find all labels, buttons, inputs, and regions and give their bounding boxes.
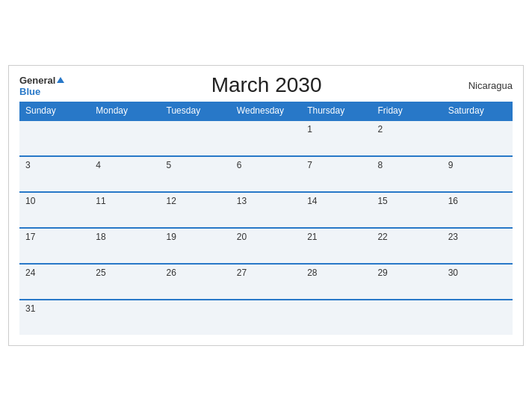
day-number: 20 — [237, 232, 247, 242]
country-label: Nicaragua — [468, 80, 513, 91]
weekday-header: Sunday — [19, 102, 90, 120]
day-number: 5 — [167, 160, 172, 170]
calendar-day — [301, 300, 371, 335]
logo-general-text: General — [19, 73, 64, 87]
day-number: 11 — [96, 196, 105, 206]
calendar-week-row: 12 — [19, 120, 513, 156]
day-number: 6 — [237, 160, 242, 170]
calendar-day — [442, 300, 513, 335]
calendar-day: 11 — [90, 192, 160, 228]
weekday-header: Tuesday — [161, 102, 231, 120]
weekday-header: Friday — [371, 102, 442, 120]
day-number: 15 — [377, 196, 387, 206]
calendar-day: 15 — [371, 192, 442, 228]
calendar-day: 12 — [161, 192, 231, 228]
calendar-day: 1 — [301, 120, 371, 156]
day-number: 14 — [307, 196, 317, 206]
day-number: 16 — [448, 196, 458, 206]
day-number: 21 — [307, 232, 317, 242]
calendar-day — [231, 120, 301, 156]
calendar-day: 22 — [371, 228, 442, 264]
day-number: 26 — [167, 268, 176, 278]
logo: General Blue — [19, 73, 64, 97]
calendar-week-row: 10111213141516 — [19, 192, 513, 228]
calendar-header: General Blue March 2030 Nicaragua — [19, 73, 513, 97]
weekday-header: Monday — [90, 102, 160, 120]
day-number: 18 — [96, 232, 105, 242]
calendar-day — [371, 300, 442, 335]
calendar-day — [90, 300, 160, 335]
calendar: General Blue March 2030 Nicaragua Sunday… — [8, 65, 524, 346]
calendar-day: 10 — [19, 192, 90, 228]
calendar-day: 8 — [371, 156, 442, 192]
calendar-day: 17 — [19, 228, 90, 264]
calendar-day: 13 — [231, 192, 301, 228]
day-number: 30 — [448, 268, 458, 278]
calendar-day: 30 — [442, 264, 513, 300]
calendar-day: 16 — [442, 192, 513, 228]
weekday-header: Saturday — [442, 102, 513, 120]
day-number: 3 — [25, 160, 31, 170]
calendar-day: 27 — [231, 264, 301, 300]
calendar-day: 5 — [161, 156, 231, 192]
calendar-day — [90, 120, 160, 156]
calendar-day: 21 — [301, 228, 371, 264]
day-number: 2 — [377, 124, 383, 135]
weekday-header-row: SundayMondayTuesdayWednesdayThursdayFrid… — [19, 102, 513, 120]
day-number: 17 — [25, 232, 35, 242]
day-number: 22 — [377, 232, 387, 242]
calendar-day: 26 — [161, 264, 231, 300]
day-number: 27 — [237, 268, 247, 278]
calendar-day: 4 — [90, 156, 160, 192]
calendar-day: 25 — [90, 264, 160, 300]
calendar-day: 28 — [301, 264, 371, 300]
calendar-day: 20 — [231, 228, 301, 264]
calendar-week-row: 31 — [19, 300, 513, 335]
day-number: 25 — [96, 268, 105, 278]
day-number: 10 — [25, 196, 35, 206]
calendar-day: 31 — [19, 300, 90, 335]
calendar-week-row: 24252627282930 — [19, 264, 513, 300]
calendar-week-row: 3456789 — [19, 156, 513, 192]
day-number: 1 — [307, 124, 312, 135]
logo-blue-text: Blue — [19, 87, 64, 97]
logo-triangle-icon — [57, 77, 64, 83]
weekday-header: Thursday — [301, 102, 371, 120]
day-number: 24 — [25, 268, 35, 278]
day-number: 19 — [167, 232, 176, 242]
calendar-day: 24 — [19, 264, 90, 300]
calendar-day — [442, 120, 513, 156]
day-number: 7 — [307, 160, 312, 170]
day-number: 29 — [377, 268, 387, 278]
calendar-week-row: 17181920212223 — [19, 228, 513, 264]
calendar-day — [161, 120, 231, 156]
calendar-day: 14 — [301, 192, 371, 228]
day-number: 4 — [96, 160, 101, 170]
day-number: 12 — [167, 196, 176, 206]
calendar-day: 19 — [161, 228, 231, 264]
calendar-day: 7 — [301, 156, 371, 192]
calendar-day: 2 — [371, 120, 442, 156]
calendar-day — [231, 300, 301, 335]
weekday-header: Wednesday — [231, 102, 301, 120]
day-number: 9 — [448, 160, 454, 170]
calendar-day: 29 — [371, 264, 442, 300]
calendar-day — [19, 120, 90, 156]
day-number: 31 — [25, 303, 35, 314]
day-number: 23 — [448, 232, 458, 242]
calendar-day: 3 — [19, 156, 90, 192]
day-number: 28 — [307, 268, 317, 278]
calendar-day: 18 — [90, 228, 160, 264]
day-number: 8 — [377, 160, 383, 170]
calendar-day — [161, 300, 231, 335]
calendar-day: 6 — [231, 156, 301, 192]
calendar-day: 9 — [442, 156, 513, 192]
day-number: 13 — [237, 196, 247, 206]
calendar-title: March 2030 — [211, 73, 322, 97]
calendar-day: 23 — [442, 228, 513, 264]
calendar-table: SundayMondayTuesdayWednesdayThursdayFrid… — [19, 102, 513, 335]
